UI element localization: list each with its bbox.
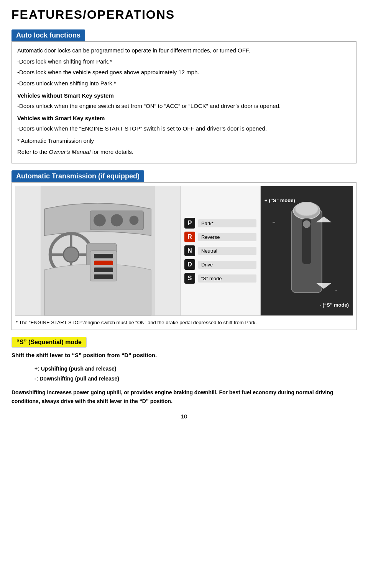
minus-mode-label: - (“S” mode) [319, 302, 349, 308]
svg-rect-15 [94, 268, 113, 272]
svg-text:-: - [335, 287, 337, 294]
gear-n-badge: N [184, 245, 195, 256]
svg-point-22 [303, 220, 310, 228]
smart-key-heading: Vehicles with Smart Key system [17, 114, 351, 123]
auto-lock-body-3: -Doors lock when the vehicle speed goes … [17, 68, 351, 77]
plus-mode-label: + (“S” mode) [264, 198, 295, 203]
svg-point-11 [130, 216, 139, 225]
transmission-section: Automatic Transmission (if equipped) [12, 170, 356, 330]
downshift-label: -: Downshifting (pull and release) [34, 374, 356, 383]
gear-drive-row: D Drive [184, 259, 256, 270]
auto-lock-body-4: -Doors unlock when shifting into Park.* [17, 79, 351, 88]
transmission-footnote: * The “ENGINE START STOP”/engine switch … [16, 319, 352, 327]
gear-labels: P Park* R Reverse N Neutral D Drive S [180, 186, 261, 315]
updown-list: +: Upshifting (push and release) -: Down… [34, 364, 356, 383]
gear-p-label: Park* [198, 219, 256, 227]
sequential-content: Shift the shift lever to “S” position fr… [12, 351, 356, 406]
svg-point-2 [64, 247, 79, 262]
gear-r-label: Reverse [198, 233, 256, 241]
svg-rect-13 [94, 254, 113, 258]
svg-rect-14 [94, 261, 113, 265]
gear-s-row: S “S” mode [184, 273, 256, 284]
gear-p-badge: P [184, 218, 195, 229]
gear-s-label: “S” mode [198, 274, 256, 283]
smart-key-body: -Doors unlock when the “ENGINE START STO… [17, 124, 351, 133]
gear-reverse-row: R Reverse [184, 232, 256, 242]
auto-lock-refer: Refer to the Owner’s Manual for more det… [17, 148, 351, 157]
shift-lever-diagram: + (“S” mode) + [261, 186, 353, 315]
no-smart-key-body: -Doors unlock when the engine switch is … [17, 102, 351, 111]
page-number: 10 [12, 413, 356, 420]
gear-r-badge: R [184, 232, 195, 242]
svg-rect-16 [94, 274, 113, 279]
svg-point-10 [111, 214, 123, 227]
sequential-section: “S” (Sequential) mode Shift the shift le… [12, 337, 356, 406]
auto-lock-body-2: -Doors lock when shifting from Park.* [17, 57, 351, 66]
transmission-content: P Park* R Reverse N Neutral D Drive S [12, 182, 356, 330]
auto-lock-section: Auto lock functions Automatic door locks… [12, 29, 356, 163]
car-interior-diagram [15, 186, 180, 315]
svg-text:+: + [273, 219, 276, 225]
sequential-header: “S” (Sequential) mode [12, 337, 87, 348]
svg-point-20 [295, 202, 318, 216]
auto-lock-body-1: Automatic door locks can be programmed t… [17, 46, 351, 55]
gear-d-badge: D [184, 259, 195, 270]
gear-d-label: Drive [198, 261, 256, 269]
no-smart-key-heading: Vehicles without Smart Key system [17, 91, 351, 100]
gear-s-badge: S [184, 273, 195, 284]
svg-point-9 [94, 214, 106, 227]
gear-neutral-row: N Neutral [184, 245, 256, 256]
upshift-label: +: Upshifting (push and release) [34, 364, 356, 373]
auto-lock-footnote: * Automatic Transmission only [17, 137, 351, 145]
auto-lock-header: Auto lock functions [12, 29, 85, 41]
gear-park-row: P Park* [184, 218, 256, 229]
page-title: FEATURES/OPERATIONS [12, 8, 356, 22]
downshift-note: Downshifting increases power going uphil… [12, 388, 356, 405]
transmission-header: Automatic Transmission (if equipped) [12, 170, 144, 182]
gear-n-label: Neutral [198, 247, 256, 255]
auto-lock-content: Automatic door locks can be programmed t… [12, 41, 356, 163]
diagram-area: P Park* R Reverse N Neutral D Drive S [15, 186, 353, 316]
shift-instruction: Shift the shift lever to “S” position fr… [12, 351, 356, 360]
